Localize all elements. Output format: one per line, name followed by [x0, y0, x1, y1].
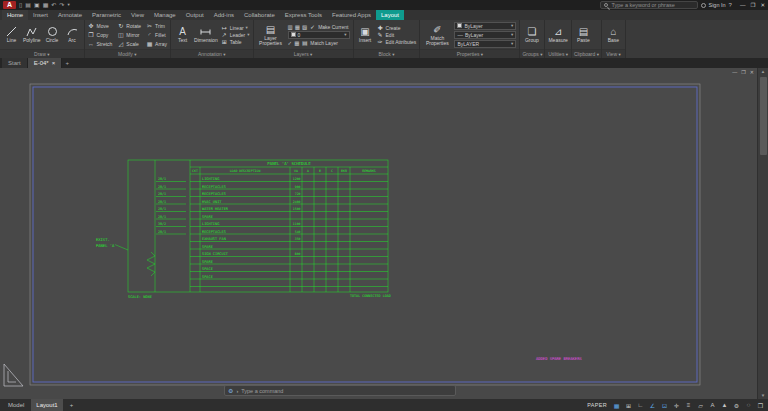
close-icon[interactable]: ✕: [760, 2, 765, 8]
ribbon-tab-addins[interactable]: Add-ins: [209, 10, 239, 20]
layer-walk-icon[interactable]: ▦: [294, 40, 299, 46]
command-input[interactable]: Type a command: [241, 388, 283, 394]
minimize-icon[interactable]: —: [740, 2, 746, 8]
insert-button[interactable]: ▣ Insert: [357, 21, 374, 48]
file-tab-start[interactable]: Start: [2, 58, 28, 68]
fillet-button[interactable]: ◜Fillet: [146, 30, 167, 39]
scroll-up-icon[interactable]: ▲: [761, 68, 765, 75]
close-tab-icon[interactable]: ×: [52, 58, 56, 68]
mirror-button[interactable]: ◫Mirror: [117, 30, 141, 39]
quick-access-dropdown-icon[interactable]: ▾: [67, 0, 69, 10]
save-button[interactable]: ▣: [34, 0, 40, 10]
customize-icon[interactable]: ⚙: [228, 387, 233, 394]
model-tab[interactable]: Model: [3, 399, 29, 411]
scale-button[interactable]: ◿Scale: [117, 39, 141, 48]
open-button[interactable]: ▤: [25, 0, 31, 10]
new-button[interactable]: ▯: [19, 0, 22, 10]
layer-dropdown[interactable]: 0 ▾: [288, 31, 350, 39]
plot-button[interactable]: ▦: [43, 0, 49, 10]
measure-button[interactable]: ⊿ Measure: [548, 21, 567, 48]
ribbon-tab-parametric[interactable]: Parametric: [87, 10, 126, 20]
doc-restore-icon[interactable]: ❐: [741, 69, 745, 75]
edit-block-button[interactable]: ✎Edit: [377, 32, 417, 38]
base-button[interactable]: ⌂ Base: [605, 21, 622, 48]
arc-button[interactable]: Arc: [64, 21, 81, 48]
panel-label-groups[interactable]: Groups ▾: [520, 49, 544, 58]
match-properties-button[interactable]: ✐ Match Properties: [423, 21, 451, 48]
match-layer-button[interactable]: ▤Match Layer: [301, 40, 338, 46]
app-logo[interactable]: A: [3, 1, 16, 9]
linear-dropdown-icon[interactable]: ▾: [246, 25, 248, 31]
polar-icon[interactable]: ∠: [648, 402, 657, 409]
file-tab-drawing[interactable]: E-04* ×: [28, 58, 63, 68]
new-layout-button[interactable]: +: [65, 399, 79, 411]
ribbon-tab-manage[interactable]: Manage: [149, 10, 181, 20]
ribbon-tab-layout[interactable]: Layout: [376, 10, 404, 20]
snap-icon[interactable]: ⊞: [624, 402, 633, 409]
transparency-icon[interactable]: ▱: [696, 402, 705, 409]
workspace-gear-icon[interactable]: ⚙: [732, 402, 741, 409]
stretch-button[interactable]: ↔Stretch: [88, 39, 113, 48]
linetype-dropdown[interactable]: ByLAYER▾: [454, 40, 516, 48]
panel-label-utilities[interactable]: Utilities ▾: [545, 49, 570, 58]
layer-isolate-icon[interactable]: ✓: [288, 40, 293, 46]
ribbon-tab-collaborate[interactable]: Collaborate: [239, 10, 280, 20]
panel-label-modify[interactable]: Modify ▾: [85, 49, 171, 58]
trim-button[interactable]: ✂Trim: [146, 21, 167, 30]
osnap-icon[interactable]: ⊡: [660, 402, 669, 409]
panel-label-annotation[interactable]: Annotation ▾: [171, 49, 252, 58]
table-button[interactable]: ⊞Table: [221, 39, 250, 45]
copy-button[interactable]: ❐Copy: [88, 30, 113, 39]
vertical-scrollbar[interactable]: ▲ ▼: [757, 68, 768, 399]
redo-button[interactable]: ↷: [59, 0, 64, 10]
ribbon-tab-output[interactable]: Output: [181, 10, 209, 20]
ribbon-tab-featured-apps[interactable]: Featured Apps: [327, 10, 376, 20]
isolate-objects-icon[interactable]: ◌: [744, 402, 753, 408]
circle-button[interactable]: Circle: [44, 21, 61, 48]
paste-button[interactable]: ▤ Paste: [575, 21, 592, 48]
line-button[interactable]: Line: [3, 21, 20, 48]
ribbon-tab-view[interactable]: View: [126, 10, 149, 20]
ribbon-tab-insert[interactable]: Insert: [28, 10, 53, 20]
undo-button[interactable]: ↶: [51, 0, 56, 10]
doc-minimize-icon[interactable]: —: [732, 69, 737, 75]
annotation-scale-icon[interactable]: ▲: [720, 402, 729, 408]
grid-icon[interactable]: ▦: [612, 402, 621, 409]
scroll-down-icon[interactable]: ▼: [761, 392, 765, 399]
linear-button[interactable]: ↦Linear ▾: [221, 25, 250, 31]
help-icon[interactable]: ?: [729, 0, 732, 10]
panel-label-draw[interactable]: Draw ▾: [0, 49, 84, 58]
ortho-icon[interactable]: ∟: [636, 402, 645, 408]
clean-screen-icon[interactable]: ❒: [756, 402, 765, 409]
new-drawing-tab-button[interactable]: +: [62, 58, 72, 68]
panel-label-layers[interactable]: Layers ▾: [254, 49, 353, 58]
drawing-canvas[interactable]: PANEL 'A' SCHEDULE CKT LOAD DESCRIPTION …: [0, 68, 768, 399]
group-button[interactable]: ❏ Group: [523, 21, 540, 48]
make-current-button[interactable]: ✓Make Current: [309, 24, 348, 30]
dimension-button[interactable]: Dimension: [194, 21, 218, 48]
polyline-button[interactable]: Polyline: [23, 21, 41, 48]
lineweight-dropdown[interactable]: —ByLayer▾: [454, 31, 516, 39]
layer-properties-button[interactable]: ▤ Layer Properties: [257, 21, 285, 48]
layer-lock-icon[interactable]: ▧: [302, 24, 307, 30]
panel-label-clipboard[interactable]: Clipboard ▾: [572, 49, 601, 58]
ribbon-tab-annotate[interactable]: Annotate: [53, 10, 87, 20]
move-button[interactable]: ✥Move: [88, 21, 113, 30]
otrack-icon[interactable]: ✛: [672, 402, 681, 409]
ribbon-tab-express-tools[interactable]: Express Tools: [280, 10, 327, 20]
object-color-dropdown[interactable]: ByLayer▾: [454, 22, 516, 30]
rotate-button[interactable]: ↻Rotate: [117, 21, 141, 30]
command-line[interactable]: ⚙ › Type a command: [224, 385, 456, 396]
lineweight-display-icon[interactable]: ≡: [684, 402, 693, 408]
doc-close-icon[interactable]: ✕: [750, 69, 754, 75]
ribbon-tab-home[interactable]: Home: [2, 10, 28, 20]
panel-label-block[interactable]: Block ▾: [354, 49, 420, 58]
leader-dropdown-icon[interactable]: ▾: [247, 32, 249, 38]
restore-icon[interactable]: ❐: [750, 2, 755, 8]
text-button[interactable]: A Text: [174, 21, 191, 48]
search-box[interactable]: Type a keyword or phrase: [600, 1, 698, 9]
create-block-button[interactable]: ✚Create: [377, 25, 417, 31]
array-button[interactable]: ▦Array: [146, 39, 167, 48]
layer-freeze-icon[interactable]: ▦: [295, 24, 300, 30]
layout1-tab[interactable]: Layout1: [31, 399, 62, 411]
